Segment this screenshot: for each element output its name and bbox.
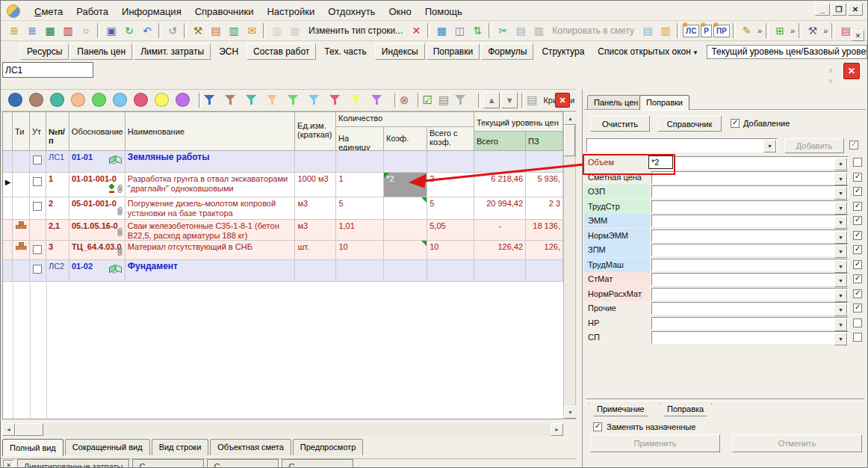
row-total-cell[interactable]: - [474,220,526,241]
dropdown-arrow-icon[interactable]: ▼ [834,289,847,302]
scroll-up-icon[interactable]: ∧ [824,65,837,75]
restore-button[interactable]: ❐ [831,3,846,16]
row-coef-cell[interactable]: *2 [384,173,427,197]
row-approve-cell[interactable] [30,260,46,282]
row-total-cell[interactable]: 126,42 [474,241,526,260]
row-per-unit-cell[interactable]: 5 [336,197,384,220]
row-checkbox[interactable] [33,245,42,254]
header-num[interactable]: №п/п [46,112,69,151]
expand-all-icon[interactable]: ≣ [5,22,23,40]
search-icon[interactable]: ○ [77,22,95,40]
panel-tab-структура[interactable]: Структура [535,43,591,60]
view-tab-active[interactable]: Полный вид [2,439,63,456]
color-filter-circle[interactable] [71,93,85,107]
ls-button[interactable]: ✱ЛС [683,25,699,37]
change-row-type-button[interactable]: Изменить тип строки... [304,23,407,38]
table-row[interactable]: ▶101-01-001-0Разработка грунта в отвал э… [3,173,563,197]
param-checkbox[interactable] [853,274,862,283]
dropdown-arrow-icon[interactable]: ▼ [834,304,847,316]
dropdown-arrow-icon[interactable]: ▼ [834,216,847,229]
row-total-coef-cell[interactable]: 10 [427,241,474,260]
price-level-combobox[interactable]: Текущий уровень цен/Базовый уровень цен … [707,45,867,59]
color-filter-circle[interactable] [155,93,169,107]
param-value-field[interactable]: ▼ [651,230,849,242]
row-approve-cell[interactable] [30,220,46,241]
row-total-coef-cell[interactable] [427,260,474,282]
paste-icon[interactable]: ▥ [530,22,548,40]
estimate-name-input[interactable] [2,62,93,78]
color-funnel-icon[interactable] [309,94,320,105]
dropdown-arrow-icon[interactable]: ▼ [834,260,847,273]
cancel-button[interactable]: Отменить [732,434,862,452]
row-pz-cell[interactable] [526,260,563,282]
panel-tab-индексы[interactable]: Индексы [375,43,425,60]
close-document-button[interactable]: ✕ [843,63,860,79]
row-unit-cell[interactable]: шт. [295,241,336,260]
header-per-unit[interactable]: На единицу [336,127,384,151]
param-value-field[interactable]: ▼ [651,331,849,344]
row-pz-cell[interactable]: 18 136, [526,220,563,241]
row-name-cell[interactable]: Материал отсутствующий в СНБ [125,241,296,260]
row-total-cell[interactable] [474,260,526,282]
clear-button[interactable]: Очистить [590,116,650,132]
add-resource-icon[interactable]: ▥ [225,22,243,40]
row-pz-cell[interactable]: 2 3 [526,197,563,220]
collapse-all-icon[interactable]: ≣ [23,22,41,40]
hscroll-thumb[interactable] [15,423,43,436]
status-tab[interactable]: Лимитированные затраты [17,459,129,468]
menu-item[interactable]: Работа [69,4,115,19]
menu-item[interactable]: Окно [382,4,418,19]
row-num-cell[interactable]: 3 [46,241,69,260]
panel-tab-панель-цен[interactable]: Панель цен [70,43,132,60]
copy-icon[interactable]: ▤ [512,22,530,40]
dropdown-arrow-icon[interactable]: ▼ [834,333,847,345]
tab-correction[interactable]: Поправка [659,403,712,416]
header-ut[interactable]: Ут [30,112,46,151]
row-approve-cell[interactable] [30,197,46,220]
param-value-field[interactable]: ▼ [651,244,849,256]
add-comment-icon[interactable]: ✉ [243,22,261,40]
menu-item[interactable]: Настройки [260,4,321,19]
more-tools-chevron[interactable]: » [822,26,829,35]
row-unit-cell[interactable] [295,151,336,173]
param-value-field[interactable]: ▼ [651,185,849,198]
save-icon[interactable]: ▣ [102,22,120,40]
param-value-field[interactable]: ▼ [651,317,849,330]
param-checkbox[interactable] [853,216,862,225]
tab-corrections[interactable]: Поправки [639,95,689,110]
status-tab[interactable]: С [207,459,279,468]
row-num-cell[interactable]: 1 [46,173,69,197]
view-tab-item[interactable]: Вид строки [152,439,209,455]
param-checkbox[interactable] [853,245,862,254]
row-name-cell[interactable]: Фундамент [125,260,296,282]
param-checkbox[interactable] [853,333,862,342]
header-total[interactable]: Всего [474,132,526,151]
dropdown-arrow-icon[interactable]: ▼ [834,245,847,258]
color-filter-circle[interactable] [8,93,22,107]
row-pz-cell[interactable]: 5 936, [526,173,563,197]
close-button[interactable]: ✕ [848,3,863,16]
more-edit-chevron[interactable]: » [756,26,763,35]
param-checkbox[interactable] [853,304,862,312]
uncheck-list-icon[interactable]: ▤ [438,93,449,107]
row-approve-cell[interactable] [30,173,46,197]
scroll-up-button[interactable]: ▲ [564,112,577,125]
header-name[interactable]: Наименование [125,112,295,151]
row-pz-cell[interactable]: 126, [526,241,563,260]
row-basis-cell[interactable]: 05.1.05.16-0 [69,220,125,241]
structure-icon[interactable]: ▦ [286,22,304,40]
status-tab[interactable]: С [132,459,204,468]
row-per-unit-cell[interactable] [336,151,384,173]
r-button[interactable]: ✱Р [701,25,712,37]
view-tab-item[interactable]: Объектная смета [210,439,291,455]
dropdown-arrow-icon[interactable]: ▼ [834,202,847,215]
criteria-doc-icon[interactable]: ▤ [527,93,537,107]
table-row[interactable]: ЛС201-02Фундамент [3,260,563,282]
status-tab[interactable]: С [282,459,353,468]
adding-checkbox[interactable] [731,119,740,128]
row-per-unit-cell[interactable]: 1,01 [336,220,384,241]
param-value-field[interactable]: ▼ [651,156,849,169]
menu-item[interactable]: Справочники [188,4,261,19]
row-checkbox[interactable] [33,156,42,164]
row-name-cell[interactable]: Земляные работы [125,151,296,173]
